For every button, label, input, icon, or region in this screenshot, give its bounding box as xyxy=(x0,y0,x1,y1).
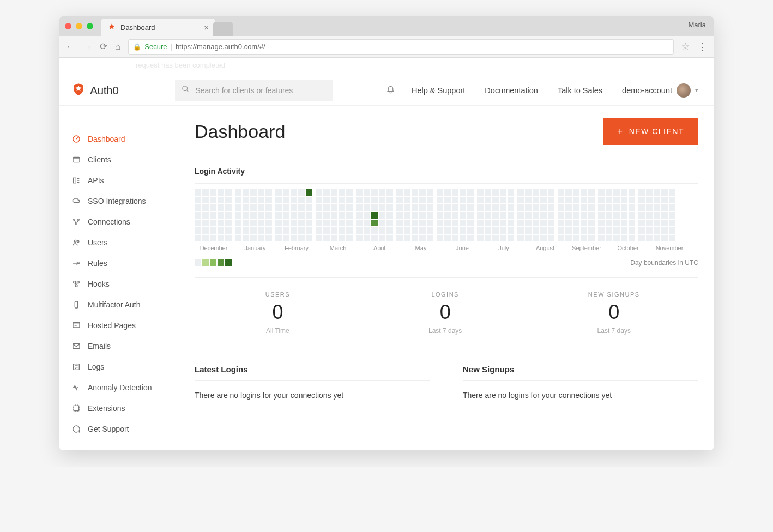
heatmap-cell xyxy=(669,197,675,203)
heatmap-cell xyxy=(525,212,532,219)
heatmap-cell xyxy=(477,197,484,203)
heatmap-cell xyxy=(265,227,272,234)
notifications-bell-icon[interactable] xyxy=(386,84,395,96)
window-zoom-dot[interactable] xyxy=(87,23,93,29)
heatmap-month-february xyxy=(275,189,312,241)
tenant-switcher[interactable]: demo-account ▾ xyxy=(622,83,698,98)
heatmap-cell xyxy=(654,204,660,211)
sidebar-item-mfa[interactable]: Multifactor Auth xyxy=(71,294,179,315)
heatmap-cell xyxy=(565,235,572,241)
heatmap-cell xyxy=(598,212,605,219)
new-client-button[interactable]: + NEW CLIENT xyxy=(603,118,698,145)
browser-tab-active[interactable]: Dashboard × xyxy=(101,19,215,36)
heatmap-cell xyxy=(346,189,353,196)
sidebar-item-emails[interactable]: Emails xyxy=(71,336,179,356)
heatmap-cell xyxy=(404,189,410,196)
sidebar-item-clients[interactable]: Clients xyxy=(71,149,179,170)
login-activity-heading: Login Activity xyxy=(195,167,698,176)
help-support-link[interactable]: Help & Support xyxy=(412,86,465,95)
heatmap-cell xyxy=(339,212,345,219)
heatmap-cell xyxy=(573,197,579,203)
heatmap-cell xyxy=(613,220,620,226)
svg-point-10 xyxy=(78,219,80,221)
sidebar-item-hooks[interactable]: Hooks xyxy=(71,274,179,294)
heatmap-cell xyxy=(202,227,209,234)
heatmap-cell xyxy=(598,189,605,196)
heatmap-cell xyxy=(379,235,385,241)
heatmap-cell xyxy=(427,227,433,234)
documentation-link[interactable]: Documentation xyxy=(485,86,538,95)
sidebar-item-extensions[interactable]: Extensions xyxy=(71,398,179,419)
heatmap-cell xyxy=(444,204,451,211)
heatmap-cell xyxy=(646,235,653,241)
heatmap-cell xyxy=(306,235,312,241)
search-wrap[interactable] xyxy=(175,80,333,101)
heatmap-cell xyxy=(548,212,554,219)
sidebar-item-dashboard[interactable]: Dashboard xyxy=(71,129,179,149)
heatmap-cell xyxy=(387,235,393,241)
heatmap-cell xyxy=(346,197,353,203)
search-icon xyxy=(182,85,190,95)
heatmap-cell xyxy=(477,189,484,196)
heatmap-cell xyxy=(485,204,491,211)
heatmap-cell xyxy=(646,197,653,203)
bookmark-star-icon[interactable]: ☆ xyxy=(681,41,690,52)
heatmap-cell xyxy=(558,235,564,241)
heatmap-month-october xyxy=(598,189,635,241)
heatmap-cell xyxy=(460,197,466,203)
heatmap-cell xyxy=(298,227,305,234)
browser-tab-title: Dashboard xyxy=(120,23,155,32)
heatmap-cell xyxy=(235,197,241,203)
back-button-icon[interactable]: ← xyxy=(66,41,75,52)
sidebar-item-connections[interactable]: Connections xyxy=(71,211,179,232)
heatmap-cell xyxy=(437,204,443,211)
legend-cell xyxy=(218,259,224,266)
heatmap-cell xyxy=(492,212,499,219)
heatmap-cell xyxy=(444,227,451,234)
sidebar-item-rules[interactable]: Rules xyxy=(71,253,179,274)
tab-close-icon[interactable]: × xyxy=(204,23,209,32)
sidebar-item-hosted[interactable]: Hosted Pages xyxy=(71,315,179,336)
address-bar[interactable]: 🔒 Secure | https://manage.auth0.com/#/ xyxy=(128,39,674,55)
browser-profile-label[interactable]: Maria xyxy=(688,21,706,29)
sidebar-item-users[interactable]: Users xyxy=(71,232,179,253)
logo[interactable]: Auth0 xyxy=(71,82,118,99)
home-button-icon[interactable]: ⌂ xyxy=(115,41,120,52)
reload-button-icon[interactable]: ⟳ xyxy=(100,41,107,52)
heatmap-cell xyxy=(581,197,587,203)
latest-logins-message: There are no logins for your connections… xyxy=(195,391,430,400)
svg-rect-28 xyxy=(74,406,78,410)
heatmap-cell xyxy=(629,197,635,203)
main: Dashboard + NEW CLIENT Login Activity De… xyxy=(179,58,714,450)
window-close-dot[interactable] xyxy=(65,23,71,29)
new-tab-button[interactable] xyxy=(213,22,233,36)
svg-rect-18 xyxy=(75,301,77,308)
browser-menu-icon[interactable]: ⋮ xyxy=(697,41,707,53)
heatmap-cell xyxy=(291,220,297,226)
sidebar-item-label: Logs xyxy=(88,362,104,371)
sidebar-item-sso[interactable]: SSO Integrations xyxy=(71,191,179,211)
heatmap-month-june xyxy=(437,189,474,241)
heatmap-cell xyxy=(437,235,443,241)
sidebar-item-logs[interactable]: Logs xyxy=(71,356,179,377)
heatmap-cell xyxy=(540,220,547,226)
sidebar-item-apis[interactable]: APIs xyxy=(71,170,179,191)
window-minimize-dot[interactable] xyxy=(76,23,82,29)
heatmap-cell xyxy=(331,220,337,226)
heatmap-cell xyxy=(508,204,514,211)
heatmap-cell xyxy=(202,220,209,226)
sidebar-item-support[interactable]: Get Support xyxy=(71,419,179,439)
heatmap-cell xyxy=(243,235,249,241)
heatmap-cell xyxy=(339,227,345,234)
heatmap-cell xyxy=(331,227,337,234)
heatmap-cell xyxy=(646,189,653,196)
heatmap-cell xyxy=(646,212,653,219)
search-input[interactable] xyxy=(195,86,327,95)
heatmap-cell xyxy=(588,212,595,219)
sidebar-item-anomaly[interactable]: Anomaly Detection xyxy=(71,377,179,398)
heatmap-cell xyxy=(202,212,209,219)
heatmap-cell xyxy=(195,204,201,211)
talk-to-sales-link[interactable]: Talk to Sales xyxy=(558,86,602,95)
sidebar-item-label: Emails xyxy=(88,342,111,350)
heatmap-cell xyxy=(533,212,539,219)
